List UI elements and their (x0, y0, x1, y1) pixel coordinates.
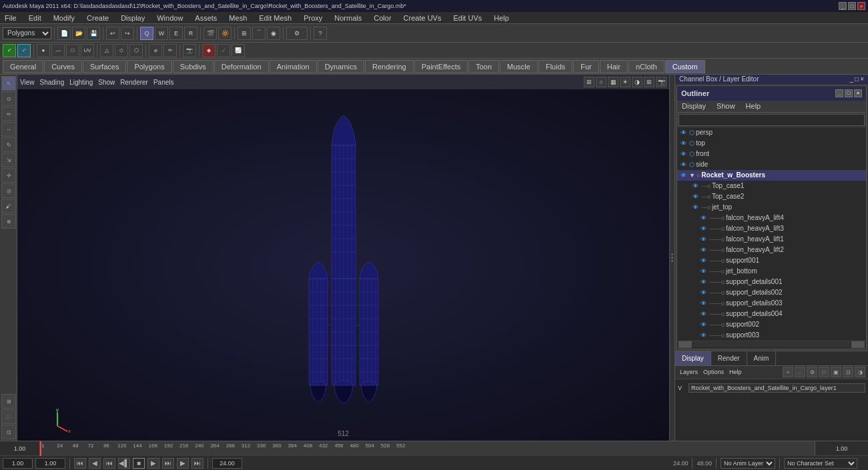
component-face[interactable]: □ (66, 44, 79, 57)
prev-frame-btn[interactable]: ◀ (89, 458, 101, 469)
layer-menu-layers[interactable]: Layers (678, 369, 700, 375)
menu-edit-mesh[interactable]: Edit Mesh (257, 14, 294, 22)
outliner-item-support001[interactable]: 👁 ——o support001 (677, 255, 866, 266)
vp-menu-lighting[interactable]: Lighting (69, 79, 93, 86)
visibility-icon[interactable]: 👁 (679, 171, 688, 180)
outliner-item-persp[interactable]: 👁 ⬡ persp (677, 127, 866, 138)
visibility-icon[interactable]: 👁 (699, 309, 708, 319)
current-frame-input[interactable] (35, 458, 65, 469)
layer-menu-options[interactable]: Options (701, 369, 726, 375)
move-tool[interactable]: W (155, 27, 168, 40)
vp-menu-shading[interactable]: Shading (40, 79, 65, 86)
tab-animation[interactable]: Animation (270, 60, 317, 73)
vp-menu-show[interactable]: Show (98, 79, 115, 86)
go-start-btn[interactable]: ⏮ (74, 458, 86, 469)
paint-tool[interactable]: ✏ (163, 44, 177, 57)
outliner-item-support003[interactable]: 👁 ——o support003 (677, 330, 866, 341)
component-uv[interactable]: UV (81, 44, 94, 57)
camera-left-btn[interactable]: 🎥 (1, 409, 16, 424)
visibility-icon[interactable]: 👁 (699, 245, 708, 255)
menu-window[interactable]: Window (155, 14, 185, 22)
outliner-list[interactable]: 👁 ⬡ persp 👁 ⬡ top 👁 ⬡ front 👁 ⬡ (677, 127, 866, 341)
visibility-icon[interactable]: 👁 (679, 160, 688, 169)
menu-color[interactable]: Color (372, 14, 393, 22)
tab-polygons[interactable]: Polygons (127, 60, 171, 73)
help-btn[interactable]: ? (314, 27, 327, 40)
visibility-icon[interactable]: 👁 (679, 128, 688, 137)
outliner-maximize-btn[interactable]: □ (845, 89, 853, 97)
outliner-item-top[interactable]: 👁 ⬡ top (677, 138, 866, 149)
vp-menu-renderer[interactable]: Renderer (120, 79, 148, 86)
anim-tangent-btn[interactable]: ⟋ (217, 44, 230, 57)
status-check1[interactable]: ✔ (3, 44, 16, 57)
show-manip-btn[interactable]: ⊕ (1, 214, 16, 229)
layer-icon1[interactable]: □ (819, 367, 829, 377)
vp-cam-controls[interactable]: 📷 (656, 77, 667, 87)
scale-tool[interactable]: R (184, 27, 197, 40)
menu-normals[interactable]: Normals (332, 14, 364, 22)
outliner-item-support-details002[interactable]: 👁 ——o support_details002 (677, 287, 866, 298)
menu-display[interactable]: Display (119, 14, 147, 22)
scroll-left-btn[interactable] (679, 341, 692, 348)
scale-left-btn[interactable]: ⇲ (1, 153, 16, 167)
layer-icon2[interactable]: ▣ (831, 367, 841, 377)
render-region-btn[interactable]: ⊡ (1, 425, 16, 439)
scroll-right-btn[interactable] (851, 341, 865, 348)
layer-tab-anim[interactable]: Anim (747, 351, 777, 365)
maximize-button[interactable]: □ (848, 2, 856, 10)
main-viewport[interactable]: View Shading Lighting Show Renderer Pane… (17, 75, 669, 441)
visibility-icon[interactable]: 👁 (699, 320, 708, 329)
visibility-icon[interactable]: 👁 (699, 331, 708, 340)
layer-options-btn[interactable]: ⚙ (807, 367, 817, 377)
poly-tool1[interactable]: △ (100, 44, 113, 57)
cb-minimize-btn[interactable]: _ (850, 75, 854, 83)
scroll-track[interactable] (693, 342, 850, 347)
menu-mesh[interactable]: Mesh (227, 14, 249, 22)
go-end-btn[interactable]: ⏭ (191, 458, 203, 469)
stop-btn[interactable]: ■ (133, 458, 145, 469)
outliner-item-front[interactable]: 👁 ⬡ front (677, 149, 866, 159)
tab-ncloth[interactable]: nCloth (628, 60, 665, 73)
tab-toon[interactable]: Toon (468, 60, 499, 73)
outliner-search-input[interactable] (679, 114, 865, 126)
vp-icon-grid[interactable]: ⊞ (644, 77, 655, 87)
outliner-item-falcon-lift2[interactable]: 👁 ——o falcon_heavyA_lift2 (677, 245, 866, 255)
vp-menu-panels[interactable]: Panels (153, 79, 174, 86)
ipr-btn[interactable]: 🔆 (218, 27, 232, 40)
poly-tool3[interactable]: ⬡ (129, 44, 143, 57)
menu-create-uvs[interactable]: Create UVs (402, 14, 444, 22)
anim-layer-dropdown[interactable]: No Anim Layer (721, 458, 775, 469)
save-btn[interactable]: 💾 (87, 27, 100, 40)
outliner-item-support002[interactable]: 👁 ——o support002 (677, 319, 866, 330)
open-btn[interactable]: 📂 (72, 27, 85, 40)
delete-layer-btn[interactable]: - (795, 367, 805, 377)
deform-tool[interactable]: ⌀ (149, 44, 162, 57)
visibility-icon[interactable]: 👁 (699, 256, 708, 265)
tab-deformation[interactable]: Deformation (214, 60, 269, 73)
component-edge[interactable]: — (51, 44, 65, 57)
outliner-item-support-details003[interactable]: 👁 ——o support_details003 (677, 298, 866, 309)
menu-create[interactable]: Create (85, 14, 111, 22)
layer-name[interactable]: Rocket_with_Boosters_and_Satellite_in_Ca… (689, 383, 865, 393)
vp-menu-view[interactable]: View (20, 79, 35, 86)
tab-rendering[interactable]: Rendering (365, 60, 414, 73)
tab-surfaces[interactable]: Surfaces (83, 60, 126, 73)
tab-dynamics[interactable]: Dynamics (318, 60, 364, 73)
outliner-hscrollbar[interactable] (677, 341, 866, 349)
tab-custom[interactable]: Custom (665, 60, 705, 73)
anim-key-btn[interactable]: ◆ (202, 44, 215, 57)
viewport-canvas[interactable]: y x 512 (17, 89, 669, 441)
play-back-btn[interactable]: ◀▌ (118, 458, 130, 469)
outliner-close-btn[interactable]: × (854, 89, 862, 97)
outliner-minimize-btn[interactable]: _ (835, 89, 843, 97)
mode-dropdown[interactable]: Polygons Surfaces Animation Dynamics Ren… (3, 27, 51, 39)
outliner-item-rocket-boosters[interactable]: 👁 ▼ ○ Rocket_w_Boosters (677, 170, 866, 181)
universal-btn[interactable]: ✛ (1, 168, 16, 183)
tab-fluids[interactable]: Fluids (538, 60, 572, 73)
layer-tab-display[interactable]: Display (675, 351, 711, 365)
redo-btn[interactable]: ↪ (121, 27, 134, 40)
menu-help[interactable]: Help (492, 14, 511, 22)
outliner-item-support-details001[interactable]: 👁 ——o support_details001 (677, 277, 866, 287)
play-fwd-btn[interactable]: ▶ (147, 458, 159, 469)
close-button[interactable]: × (857, 2, 865, 10)
